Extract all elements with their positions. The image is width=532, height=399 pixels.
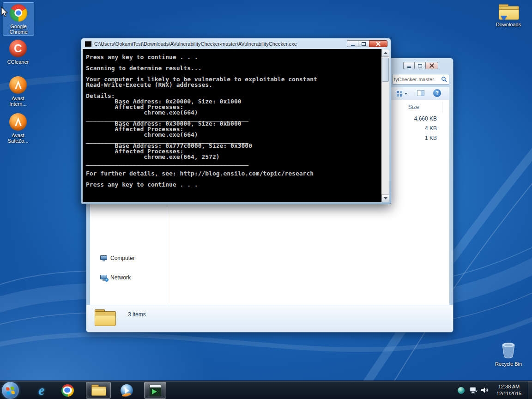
explorer-status-bar: 3 items [86, 305, 453, 332]
desktop-icon-label: CCleaner [3, 59, 33, 65]
chrome-icon [61, 384, 74, 397]
nav-item-label: Computer [110, 255, 135, 261]
scroll-down-button[interactable] [381, 194, 389, 202]
explorer-window-controls [403, 62, 438, 69]
desktop-icon-label: Google Chrome [3, 23, 34, 35]
nav-item-network[interactable]: Network [100, 274, 131, 281]
nav-item-computer[interactable]: Computer [100, 255, 135, 261]
taskbar-vulnerability-checker[interactable] [144, 382, 166, 399]
views-button[interactable] [397, 90, 409, 97]
taskbar-clock[interactable]: 12:38 AM 12/11/2015 [491, 383, 526, 397]
folder-icon [91, 385, 105, 396]
desktop-icon-ccleaner[interactable]: C CCleaner [3, 38, 33, 65]
recycle-bin-icon [499, 341, 518, 359]
console-window: C:\Users\OokamiTest\Downloads\AVulnerabi… [81, 38, 391, 204]
taskbar: e 12:38 AM 12/11/2015 [0, 381, 532, 399]
network-icon [100, 275, 107, 281]
maximize-button[interactable] [358, 40, 369, 47]
downloads-folder-icon [499, 4, 518, 20]
search-icon[interactable] [441, 76, 447, 83]
chrome-icon [10, 4, 27, 22]
desktop-icon-recycle-bin[interactable]: Recycle Bin [493, 339, 524, 367]
desktop-icon-avast-safezone[interactable]: Avast SafeZo... [3, 112, 33, 144]
nav-item-label: Network [110, 274, 131, 281]
taskbar-media-player[interactable] [116, 382, 137, 399]
explorer-search-box[interactable]: tyChecker-master [392, 74, 449, 85]
scrollbar[interactable] [381, 49, 389, 202]
close-button[interactable] [425, 62, 438, 69]
desktop-icon-label: Recycle Bin [493, 361, 524, 367]
desktop-icon-label: Avast SafeZo... [3, 132, 33, 144]
arrow-up-icon [384, 52, 387, 54]
desktop-icon-google-chrome[interactable]: Google Chrome [3, 2, 34, 36]
help-button[interactable]: ? [433, 89, 441, 97]
item-count: 3 items [128, 311, 146, 318]
taskbar-internet-explorer[interactable]: e [31, 382, 52, 399]
minimize-icon [351, 45, 355, 46]
desktop-icon-avast-internet[interactable]: Avast Intern... [3, 75, 33, 107]
computer-icon [100, 255, 107, 261]
maximize-icon [418, 64, 422, 67]
clock-time: 12:38 AM [491, 383, 526, 390]
preview-pane-button[interactable] [417, 90, 424, 96]
avast-icon [9, 113, 27, 131]
volume-tray-icon[interactable] [480, 387, 489, 394]
show-desktop-button[interactable] [528, 381, 532, 399]
chevron-down-icon [405, 93, 407, 95]
minimize-button[interactable] [403, 62, 414, 69]
views-icon [397, 91, 403, 97]
network-tray-icon[interactable] [469, 387, 478, 394]
desktop-icon-label: Avast Intern... [3, 95, 33, 107]
taskbar-chrome[interactable] [57, 382, 78, 399]
console-output: Press any key to continue . . . Scanning… [83, 49, 389, 187]
close-icon [376, 42, 381, 46]
scroll-up-button[interactable] [381, 49, 389, 57]
avast-icon [9, 76, 27, 94]
desktop-icon-label: Downloads [493, 21, 524, 28]
console-app-icon [85, 41, 92, 47]
close-icon [429, 63, 434, 68]
windows-flag-icon [6, 386, 15, 394]
arrow-down-icon [384, 197, 387, 200]
folder-icon [95, 309, 115, 326]
start-button[interactable] [2, 382, 19, 399]
console-app-icon [150, 385, 161, 396]
maximize-button[interactable] [414, 62, 425, 69]
window-title: C:\Users\OokamiTest\Downloads\AVulnerabi… [94, 41, 297, 47]
clock-date: 12/11/2015 [491, 390, 526, 397]
console-titlebar[interactable]: C:\Users\OokamiTest\Downloads\AVulnerabi… [81, 38, 391, 49]
minimize-icon [407, 66, 411, 68]
taskbar-explorer[interactable] [86, 382, 111, 399]
desktop-icon-downloads[interactable]: Downloads [493, 3, 524, 28]
tray-antivirus-icon[interactable] [458, 387, 465, 394]
minimize-button[interactable] [347, 40, 358, 47]
column-header-size[interactable]: Size [408, 103, 441, 112]
console-window-controls [347, 40, 387, 47]
close-button[interactable] [369, 40, 387, 47]
download-arrow-icon [501, 16, 507, 21]
console-client-area: Press any key to continue . . . Scanning… [83, 49, 389, 202]
media-player-icon [121, 384, 133, 397]
maximize-icon [362, 42, 366, 46]
column-divider[interactable] [442, 102, 442, 113]
ccleaner-icon: C [9, 40, 27, 57]
internet-explorer-icon: e [39, 384, 45, 397]
search-input[interactable]: tyChecker-master [393, 77, 441, 82]
scroll-thumb[interactable] [382, 58, 389, 82]
